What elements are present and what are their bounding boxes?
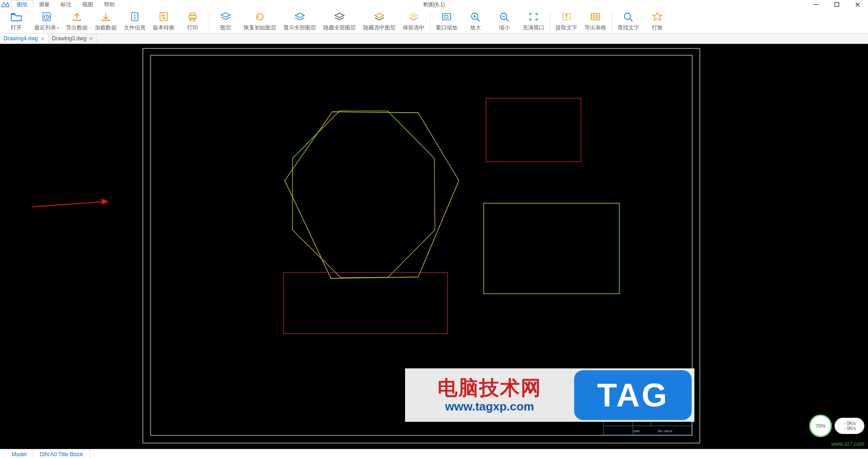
title-block-label: file name — [658, 429, 673, 433]
title-bar: 图纸 测量 标注 视图 帮助 豹图(6.1) — [0, 0, 868, 9]
net-up: ↑ 0K/s — [843, 421, 856, 426]
layout-tabs: Model DIN A0 Title Block — [0, 449, 868, 458]
ribbon-label: 打印 — [187, 24, 198, 32]
ribbon-label: 打散 — [652, 24, 663, 32]
restore-layers-button[interactable]: 恢复初始图层 — [240, 9, 280, 33]
ribbon-group-text: T 提取文字 导出表格 — [552, 9, 610, 33]
ribbon-separator — [550, 11, 550, 31]
zoom-in-button[interactable]: 放大 — [461, 9, 490, 33]
load-data-button[interactable]: 加载数据 — [91, 9, 120, 33]
ribbon-label: 加载数据 — [95, 24, 117, 32]
hexagon-shape[interactable] — [285, 112, 459, 278]
layout-tab-model[interactable]: Model — [0, 449, 33, 458]
menu-tab-measure[interactable]: 测量 — [33, 0, 55, 9]
site-watermark: www.xz7.com — [831, 441, 864, 447]
show-all-layers-button[interactable]: 显示全部图层 — [280, 9, 320, 33]
minimize-button[interactable] — [806, 0, 826, 9]
yellow-rect[interactable] — [484, 203, 619, 294]
fit-viewport-button[interactable]: 充满视口 — [519, 9, 548, 33]
hide-all-layers-button[interactable]: 隐藏全部图层 — [320, 9, 359, 33]
ribbon-label: 充满视口 — [523, 24, 544, 32]
ribbon-label: 版本转换 — [153, 24, 175, 32]
ribbon-label: 恢复初始图层 — [244, 24, 276, 32]
menu-tab-drawing[interactable]: 图纸 — [11, 0, 33, 9]
ribbon-separator — [430, 11, 430, 31]
export-table-button[interactable]: 导出表格 — [581, 9, 610, 33]
zoom-in-icon — [469, 10, 482, 23]
export-icon — [71, 10, 83, 23]
watermark-tag-badge: TAG — [574, 370, 692, 420]
menu-tab-label: 标注 — [61, 1, 71, 9]
layers-button[interactable]: 图层 — [211, 9, 240, 33]
annotation-arrow — [32, 199, 108, 207]
export-table-icon — [589, 10, 602, 23]
svg-rect-14 — [444, 15, 448, 18]
watermark-url: www.tagxp.com — [445, 400, 534, 413]
hide-layers-icon — [333, 10, 346, 23]
maximize-button[interactable] — [826, 0, 847, 9]
export-data-button[interactable]: 导出数据 — [62, 9, 91, 33]
print-button[interactable]: 打印 — [178, 9, 207, 33]
ribbon-label: 缩小 — [499, 24, 510, 32]
ribbon-separator — [209, 11, 209, 31]
explode-button[interactable]: 打散 — [643, 9, 672, 33]
file-info-button[interactable]: 文件信息 — [120, 9, 149, 33]
close-button[interactable] — [847, 0, 868, 9]
print-icon — [186, 10, 199, 23]
extract-text-icon: T — [560, 10, 573, 23]
explode-icon — [651, 10, 664, 23]
file-tab-label: Drawing3.dwg — [52, 35, 86, 42]
close-icon[interactable]: ✕ — [89, 36, 93, 41]
menu-tab-view[interactable]: 视图 — [77, 0, 99, 9]
keep-selected-button[interactable]: 保留选中 — [399, 9, 428, 33]
hide-selected-layers-button[interactable]: 隐藏选中图层 — [359, 9, 399, 33]
svg-line-30 — [630, 19, 632, 21]
version-convert-button[interactable]: 版本转换 — [149, 9, 178, 33]
import-icon — [99, 10, 112, 23]
recent-list-icon — [40, 10, 53, 23]
extract-text-button[interactable]: T 提取文字 — [552, 9, 581, 33]
zoom-window-button[interactable]: 窗口缩放 — [432, 9, 461, 33]
close-icon[interactable]: ✕ — [41, 36, 44, 41]
ribbon-label: 显示全部图层 — [283, 24, 316, 32]
drawing-canvas[interactable]: designed by name company name date file … — [0, 44, 868, 449]
hide-selected-layers-icon — [373, 10, 386, 23]
layout-tab-titleblock[interactable]: DIN A0 Title Block — [33, 449, 90, 458]
ribbon-separator — [612, 11, 612, 31]
recent-list-button[interactable]: 最近列表▾ — [31, 9, 62, 33]
ribbon-group-layers: 图层 恢复初始图层 显示全部图层 隐藏全部图层 隐藏选中图层 保留选中 — [211, 9, 428, 33]
ribbon-label: 窗口缩放 — [436, 24, 458, 32]
svg-rect-9 — [160, 13, 167, 21]
svg-line-16 — [477, 19, 480, 21]
ribbon-toolbar: 打开 最近列表▾ 导出数据 加载数据 文件信息 版本转换 打印 — [0, 9, 868, 33]
ribbon-label: 图层 — [220, 24, 231, 32]
red-rect-small[interactable] — [486, 98, 581, 162]
performance-gauge[interactable]: 70% — [809, 415, 832, 437]
ribbon-label: 保留选中 — [403, 24, 425, 32]
find-text-button[interactable]: 查找文字 — [614, 9, 643, 33]
status-gadgets: 70% ↑ 0K/s ↓ 0K/s — [809, 415, 864, 437]
file-tab[interactable]: Drawing3.dwg ✕ — [48, 33, 97, 43]
file-tab[interactable]: Drawing4.dwg ✕ — [0, 33, 48, 43]
zoom-out-button[interactable]: 缩小 — [490, 9, 519, 33]
title-block-label: date — [633, 429, 640, 433]
red-rect-large[interactable] — [283, 272, 448, 334]
layers-icon — [219, 10, 232, 23]
svg-point-29 — [624, 13, 631, 19]
svg-rect-24 — [591, 14, 599, 20]
layout-tab-label: DIN A0 Title Block — [40, 451, 83, 458]
svg-rect-12 — [190, 18, 195, 21]
layout-tab-label: Model — [12, 451, 27, 458]
ribbon-label: 最近列表▾ — [34, 24, 59, 32]
watermark-title: 电脑技术网 — [438, 377, 542, 398]
network-badge[interactable]: ↑ 0K/s ↓ 0K/s — [835, 418, 864, 434]
open-button[interactable]: 打开 — [2, 9, 31, 33]
menu-tab-help[interactable]: 帮助 — [99, 0, 120, 9]
menu-tab-annotate[interactable]: 标注 — [55, 0, 77, 9]
svg-text:T: T — [565, 14, 568, 20]
menu-tab-label: 帮助 — [104, 1, 115, 9]
find-text-icon — [622, 10, 635, 23]
app-icon — [0, 0, 11, 9]
ribbon-label: 导出数据 — [66, 24, 88, 32]
file-tab-label: Drawing4.dwg — [4, 35, 38, 42]
